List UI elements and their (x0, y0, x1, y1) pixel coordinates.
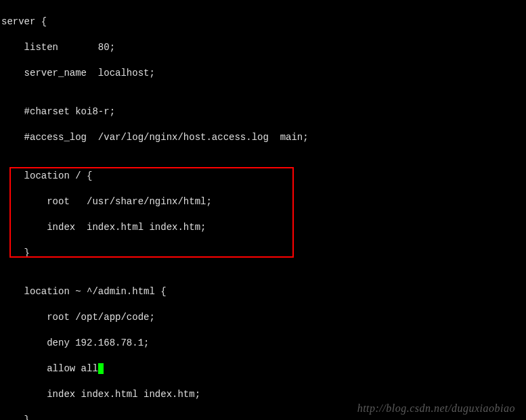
code-line: root /usr/share/nginx/html; (1, 195, 525, 208)
cursor-icon: ; (98, 363, 104, 374)
watermark-text: http://blog.csdn.net/duguxiaobiao (357, 402, 515, 415)
code-line: index index.html index.htm; (1, 388, 525, 401)
code-line: location / { (1, 170, 525, 183)
code-text: allow all (1, 363, 98, 374)
code-line: } (1, 247, 525, 260)
code-line: listen 80; (1, 41, 525, 54)
code-line: index index.html index.htm; (1, 221, 525, 234)
code-line: #access_log /var/log/nginx/host.access.l… (1, 131, 525, 144)
code-line: root /opt/app/code; (1, 311, 525, 324)
code-line: allow all; (1, 363, 525, 375)
terminal-output: server { listen 80; server_name localhos… (0, 0, 526, 420)
code-line: server { (1, 16, 525, 28)
code-line: #charset koi8-r; (1, 106, 525, 118)
code-line: location ~ ^/admin.html { (1, 285, 525, 298)
code-line: deny 192.168.78.1; (1, 337, 525, 350)
code-line: } (1, 414, 525, 420)
code-line: server_name localhost; (1, 67, 525, 80)
